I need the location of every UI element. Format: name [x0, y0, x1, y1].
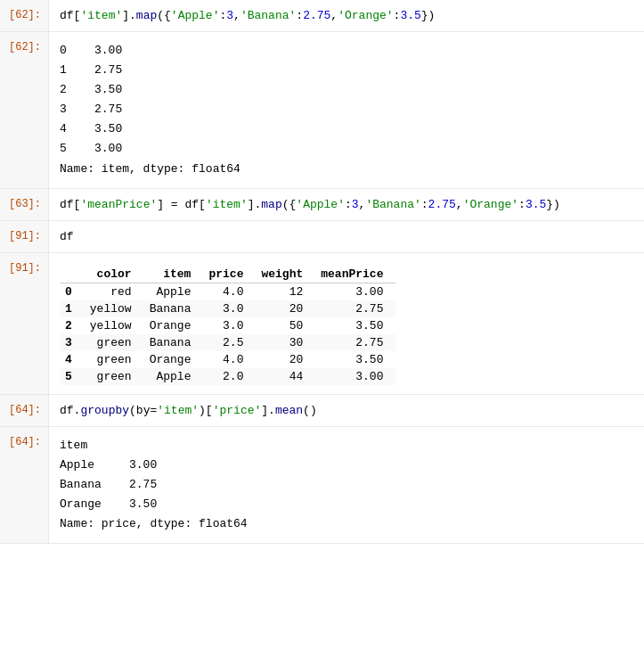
cell-item: Banana	[144, 300, 204, 317]
cell-item: Apple	[144, 283, 204, 300]
cell-meanprice: 2.75	[315, 300, 395, 317]
row-index: 3	[60, 334, 85, 351]
cell-meanprice: 3.00	[315, 283, 395, 300]
cell-meanprice: 3.00	[315, 368, 395, 385]
cell-62-output: [62]: 0 3.00 1 2.75 2 3.50 3 2.75 4 3.50…	[0, 32, 644, 189]
row-index: 2	[60, 317, 85, 334]
cell-64-output-label: [64]:	[0, 427, 49, 543]
table-header-row: color item price weight meanPrice	[60, 266, 395, 283]
cell-weight: 50	[256, 317, 315, 334]
series-output: 0 3.00 1 2.75 2 3.50 3 2.75 4 3.50 5 3.0…	[60, 41, 633, 179]
table-row: 5 green Apple 2.0 44 3.00	[60, 368, 395, 385]
cell-item: Orange	[144, 317, 204, 334]
cell-item: Banana	[144, 334, 204, 351]
cell-price: 4.0	[203, 351, 256, 368]
cell-meanprice: 2.75	[315, 334, 395, 351]
cell-color: green	[85, 368, 144, 385]
cell-64-output: [64]: item Apple 3.00 Banana 2.75 Orange…	[0, 427, 644, 544]
col-header-color: color	[85, 266, 144, 283]
cell-price: 3.0	[203, 300, 256, 317]
cell-91-output-content: color item price weight meanPrice 0 red …	[49, 253, 644, 394]
cell-64-input-label: [64]:	[0, 395, 49, 426]
col-header-price: price	[203, 266, 256, 283]
cell-weight: 12	[256, 283, 315, 300]
row-index: 1	[60, 300, 85, 317]
table-row: 3 green Banana 2.5 30 2.75	[60, 334, 395, 351]
cell-item: Apple	[144, 368, 204, 385]
cell-64-output-content: item Apple 3.00 Banana 2.75 Orange 3.50 …	[49, 427, 644, 543]
cell-weight: 30	[256, 334, 315, 351]
row-index: 5	[60, 368, 85, 385]
cell-color: red	[85, 283, 144, 300]
row-index: 0	[60, 283, 85, 300]
cell-color: yellow	[85, 317, 144, 334]
cell-weight: 44	[256, 368, 315, 385]
cell-91-input: [91]: df	[0, 221, 644, 253]
table-row: 2 yellow Orange 3.0 50 3.50	[60, 317, 395, 334]
table-row: 1 yellow Banana 3.0 20 2.75	[60, 300, 395, 317]
cell-color: yellow	[85, 300, 144, 317]
cell-62-input-label: [62]:	[0, 0, 49, 31]
col-header-item: item	[144, 266, 204, 283]
table-row: 0 red Apple 4.0 12 3.00	[60, 283, 395, 300]
col-header-meanprice: meanPrice	[315, 266, 395, 283]
cell-price: 2.5	[203, 334, 256, 351]
cell-weight: 20	[256, 351, 315, 368]
cell-62-input: [62]: df['item'].map({'Apple':3,'Banana'…	[0, 0, 644, 32]
cell-91-input-label: [91]:	[0, 221, 49, 252]
dataframe-table: color item price weight meanPrice 0 red …	[60, 266, 395, 385]
groupby-output: item Apple 3.00 Banana 2.75 Orange 3.50 …	[60, 436, 633, 534]
cell-price: 2.0	[203, 368, 256, 385]
cell-91-output-label: [91]:	[0, 253, 49, 394]
cell-weight: 20	[256, 300, 315, 317]
cell-63-input-label: [63]:	[0, 189, 49, 220]
cell-62-output-label: [62]:	[0, 32, 49, 188]
notebook: [62]: df['item'].map({'Apple':3,'Banana'…	[0, 0, 644, 544]
cell-meanprice: 3.50	[315, 351, 395, 368]
cell-color: green	[85, 334, 144, 351]
table-row: 4 green Orange 4.0 20 3.50	[60, 351, 395, 368]
cell-64-input-code[interactable]: df.groupby(by='item')['price'].mean()	[49, 395, 644, 426]
cell-62-input-code[interactable]: df['item'].map({'Apple':3,'Banana':2.75,…	[49, 0, 644, 31]
row-index: 4	[60, 351, 85, 368]
cell-63-input: [63]: df['meanPrice'] = df['item'].map({…	[0, 189, 644, 221]
cell-63-input-code[interactable]: df['meanPrice'] = df['item'].map({'Apple…	[49, 189, 644, 220]
cell-color: green	[85, 351, 144, 368]
cell-meanprice: 3.50	[315, 317, 395, 334]
cell-price: 4.0	[203, 283, 256, 300]
cell-64-input: [64]: df.groupby(by='item')['price'].mea…	[0, 395, 644, 427]
col-header-weight: weight	[256, 266, 315, 283]
cell-91-output: [91]: color item price weight meanPrice …	[0, 253, 644, 395]
cell-item: Orange	[144, 351, 204, 368]
col-header-index	[60, 266, 85, 283]
cell-price: 3.0	[203, 317, 256, 334]
cell-91-input-code[interactable]: df	[49, 221, 644, 252]
cell-62-output-content: 0 3.00 1 2.75 2 3.50 3 2.75 4 3.50 5 3.0…	[49, 32, 644, 188]
